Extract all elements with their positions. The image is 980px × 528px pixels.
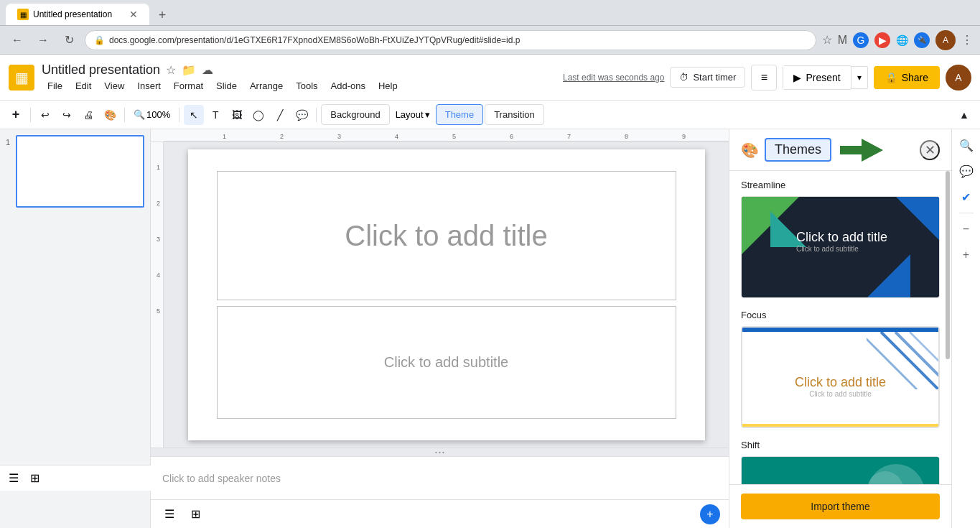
slide-subtitle-box[interactable]: Click to add subtitle [217, 306, 676, 419]
themes-list: Streamline Click to add title Click to a… [729, 171, 951, 484]
redo-button[interactable]: ↪ [57, 105, 77, 125]
comment-tool[interactable]: 💬 [291, 105, 312, 125]
minus-icon[interactable]: − [956, 219, 976, 239]
profile-icon[interactable]: M [838, 34, 847, 47]
menu-file[interactable]: File [42, 79, 68, 93]
folder-icon[interactable]: 📁 [182, 63, 196, 77]
slide-editor: 1 2 3 4 5 6 7 8 9 1 2 3 [151, 129, 729, 528]
menu-slide[interactable]: Slide [210, 79, 243, 93]
slide-nav-icons: ☰ ⊞ [159, 504, 205, 524]
menu-view[interactable]: View [98, 79, 130, 93]
extension-icon-1[interactable]: G [853, 32, 869, 48]
menu-icon[interactable]: ⋮ [961, 33, 973, 47]
shape-tool[interactable]: ◯ [248, 105, 269, 125]
resize-handle[interactable]: • • • [151, 448, 729, 456]
url-text: docs.google.com/presentation/d/1eGTXE6R1… [109, 35, 520, 45]
line-tool[interactable]: ╱ [270, 105, 290, 125]
ruler-mark-9: 9 [682, 133, 686, 140]
insert-button[interactable]: + [6, 105, 26, 125]
layout-dropdown-icon: ▾ [425, 109, 430, 120]
present-button-group: ▶ Present ▾ [783, 65, 867, 90]
undo-button[interactable]: ↩ [35, 105, 55, 125]
slide-subtitle-placeholder[interactable]: Click to add subtitle [384, 354, 508, 371]
streamline-preview[interactable]: Click to add title Click to add subtitle [741, 196, 940, 298]
themes-close-button[interactable]: ✕ [920, 140, 940, 160]
start-timer-button[interactable]: ⏱ Start timer [670, 67, 745, 88]
reload-button[interactable]: ↻ [59, 30, 79, 50]
slide-grid-view-icon[interactable]: ⊞ [185, 504, 205, 524]
plus-icon[interactable]: + [956, 245, 976, 265]
menu-help[interactable]: Help [373, 79, 403, 93]
import-theme-button[interactable]: Import theme [741, 494, 940, 519]
extension-icon-3[interactable]: 🌐 [896, 34, 908, 46]
slide-canvas[interactable]: Click to add title Click to add subtitle [188, 149, 705, 440]
menu-format[interactable]: Format [168, 79, 209, 93]
new-tab-button[interactable]: + [152, 5, 172, 25]
zoom-level: 100% [146, 109, 170, 120]
speaker-notes[interactable]: Click to add speaker notes [151, 456, 729, 499]
grid-multi-icon[interactable]: ⊞ [30, 471, 39, 485]
select-tool[interactable]: ↖ [184, 105, 204, 125]
themes-scrollbar[interactable] [946, 171, 950, 359]
speaker-notes-button[interactable]: ≡ [751, 65, 777, 91]
present-button[interactable]: ▶ Present [783, 65, 850, 90]
explore-icon[interactable]: 🔍 [956, 135, 976, 155]
extension-icon-2[interactable]: ▶ [874, 32, 890, 48]
slide-title-placeholder[interactable]: Click to add title [345, 220, 547, 252]
slide-list-view-icon[interactable]: ☰ [159, 504, 179, 524]
share-button[interactable]: 🔒 Share [874, 66, 940, 89]
focus-preview-subtitle: Click to add subtitle [754, 390, 927, 398]
zoom-button[interactable]: 🔍 100% [129, 106, 174, 123]
focus-preview[interactable]: Click to add title Click to add subtitle [741, 326, 940, 428]
cloud-icon[interactable]: ☁ [202, 63, 213, 77]
background-button[interactable]: Background [321, 104, 389, 125]
text-box-tool[interactable]: T [205, 105, 225, 125]
menu-insert[interactable]: Insert [131, 79, 167, 93]
streamline-blue-shape-bottom [867, 254, 910, 297]
add-slide-button[interactable]: + [700, 504, 720, 524]
ruler-left: 1 2 3 4 5 [151, 142, 164, 448]
present-dropdown-button[interactable]: ▾ [851, 66, 868, 89]
shift-preview[interactable] [741, 456, 940, 484]
ruler-mark-6: 6 [510, 133, 513, 140]
paint-format-button[interactable]: 🎨 [100, 105, 120, 125]
presentation-title[interactable]: Untitled presentation [42, 62, 160, 78]
menu-edit[interactable]: Edit [70, 79, 97, 93]
menu-addons[interactable]: Add-ons [325, 79, 371, 93]
browser-tab[interactable]: ▦ Untitled presentation ✕ [6, 4, 149, 25]
ruler-mark-4: 4 [395, 133, 398, 140]
layout-button[interactable]: Layout ▾ [391, 106, 434, 123]
shift-slide-preview [742, 457, 939, 484]
speaker-notes-placeholder[interactable]: Click to add speaker notes [162, 473, 281, 484]
streamline-title: Streamline [741, 180, 940, 190]
forward-button[interactable]: → [33, 30, 53, 50]
star-title-icon[interactable]: ☆ [166, 63, 176, 77]
transition-button[interactable]: Transition [485, 104, 544, 125]
editing-toolbar: + ↩ ↪ 🖨 🎨 🔍 100% ↖ T 🖼 ◯ ╱ 💬 Background … [0, 101, 980, 129]
address-bar[interactable]: 🔒 docs.google.com/presentation/d/1eGTXE6… [85, 30, 816, 50]
slides-app: ▦ Untitled presentation ☆ 📁 ☁ File Edit … [0, 55, 980, 528]
slide-bottom-bar: ☰ ⊞ + [151, 499, 729, 528]
grid-single-icon[interactable]: ☰ [9, 471, 19, 485]
slide-thumbnail[interactable] [16, 135, 144, 208]
theme-button[interactable]: Theme [436, 104, 483, 125]
extension-icon-4[interactable]: 🔌 [914, 32, 930, 48]
user-avatar[interactable]: A [946, 65, 971, 91]
star-icon[interactable]: ☆ [822, 33, 832, 47]
ruler-mark-8: 8 [625, 133, 628, 140]
comments-icon[interactable]: 💬 [956, 161, 976, 181]
menu-arrange[interactable]: Arrange [244, 79, 289, 93]
slide-title-box[interactable]: Click to add title [217, 171, 676, 300]
menu-tools[interactable]: Tools [290, 79, 323, 93]
image-tool[interactable]: 🖼 [227, 105, 247, 125]
streamline-preview-subtitle: Click to add subtitle [796, 245, 928, 253]
back-button[interactable]: ← [7, 30, 27, 50]
collapse-panel-button[interactable]: ▲ [954, 105, 974, 125]
tab-close-icon[interactable]: ✕ [129, 9, 138, 20]
avatar-icon[interactable]: A [935, 30, 956, 50]
slide-canvas-area[interactable]: Click to add title Click to add subtitle [164, 142, 729, 448]
last-edit-text[interactable]: Last edit was seconds ago [563, 73, 664, 83]
print-button[interactable]: 🖨 [78, 105, 98, 125]
tasks-icon[interactable]: ✔ [956, 187, 976, 207]
presentation-title-row: Untitled presentation ☆ 📁 ☁ [42, 62, 403, 78]
